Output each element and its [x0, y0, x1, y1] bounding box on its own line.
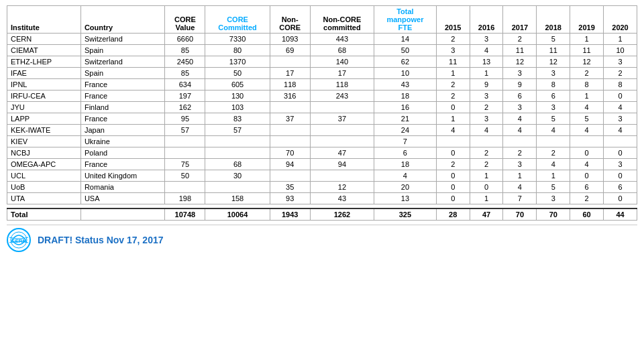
total-cell-12: 44: [604, 208, 637, 221]
cell-5-5: 243: [310, 90, 374, 102]
cell-4-12: 8: [604, 79, 637, 90]
cell-6-10: 3: [537, 102, 570, 113]
cell-6-1: Finland: [80, 102, 164, 113]
table-row: UoBRomania351220004566: [7, 182, 637, 193]
cell-13-9: 4: [503, 182, 537, 193]
cell-13-8: 0: [470, 182, 503, 193]
total-cell-4: 1943: [270, 208, 310, 221]
cell-12-3: 30: [205, 170, 270, 182]
table-row: UTAUSA198158934313017320: [7, 193, 637, 204]
cell-5-1: France: [80, 90, 164, 102]
table-row: ETHZ-LHEPSwitzerland24501370140621113121…: [7, 56, 637, 68]
cell-4-2: 634: [165, 79, 205, 90]
cell-5-12: 0: [604, 90, 637, 102]
total-cell-3: 10064: [205, 208, 270, 221]
data-table: Institute Country COREValue CORECommitte…: [7, 5, 637, 221]
cell-6-3: 103: [205, 102, 270, 113]
cell-8-2: 57: [165, 125, 205, 136]
cell-0-10: 5: [537, 34, 570, 45]
cell-10-2: [165, 147, 205, 159]
cell-9-11: [570, 136, 604, 147]
cell-12-1: United Kingdom: [80, 170, 164, 182]
cell-4-9: 9: [503, 79, 537, 90]
cell-0-1: Switzerland: [80, 34, 164, 45]
table-row: NCBJPoland70476022200: [7, 147, 637, 159]
cell-11-8: 2: [470, 159, 503, 170]
col-header-2016: 2016: [470, 6, 503, 34]
table-row: IFAESpain8550171710113322: [7, 68, 637, 79]
table-row: LAPPFrance9583373721134553: [7, 113, 637, 125]
cell-1-12: 10: [604, 45, 637, 56]
col-header-total-manpower: TotalmanpowerFTE: [374, 6, 437, 34]
cell-4-11: 8: [570, 79, 604, 90]
cell-8-10: 4: [537, 125, 570, 136]
cell-6-9: 3: [503, 102, 537, 113]
cell-11-11: 4: [570, 159, 604, 170]
cell-6-11: 4: [570, 102, 604, 113]
cell-1-9: 11: [503, 45, 537, 56]
cell-0-8: 3: [470, 34, 503, 45]
cern-logo: CERN: [7, 228, 31, 252]
cell-11-1: France: [80, 159, 164, 170]
cell-9-6: 7: [374, 136, 437, 147]
cell-6-0: JYU: [7, 102, 81, 113]
svg-text:CERN: CERN: [11, 238, 27, 244]
cell-4-8: 9: [470, 79, 503, 90]
cell-9-9: [503, 136, 537, 147]
total-cell-7: 28: [436, 208, 470, 221]
cell-12-10: 1: [537, 170, 570, 182]
cell-5-4: 316: [270, 90, 310, 102]
cell-1-4: 69: [270, 45, 310, 56]
cell-1-11: 11: [570, 45, 604, 56]
cell-6-7: 0: [436, 102, 470, 113]
cell-1-6: 50: [374, 45, 437, 56]
cell-14-5: 43: [310, 193, 374, 204]
cell-8-5: [310, 125, 374, 136]
cell-5-0: IRFU-CEA: [7, 90, 81, 102]
cell-2-1: Switzerland: [80, 56, 164, 68]
cell-2-3: 1370: [205, 56, 270, 68]
cell-14-0: UTA: [7, 193, 81, 204]
cell-12-2: 50: [165, 170, 205, 182]
cell-10-9: 2: [503, 147, 537, 159]
cell-11-3: 68: [205, 159, 270, 170]
cell-3-11: 2: [570, 68, 604, 79]
cell-14-3: 158: [205, 193, 270, 204]
cell-6-6: 16: [374, 102, 437, 113]
cell-11-0: OMEGA-APC: [7, 159, 81, 170]
cell-14-10: 3: [537, 193, 570, 204]
cell-0-4: 1093: [270, 34, 310, 45]
page-container: Institute Country COREValue CORECommitte…: [0, 0, 644, 362]
cell-9-5: [310, 136, 374, 147]
cell-11-10: 4: [537, 159, 570, 170]
cell-2-2: 2450: [165, 56, 205, 68]
col-header-core-value: COREValue: [165, 6, 205, 34]
cell-10-10: 2: [537, 147, 570, 159]
footer: CERN DRAFT! Status Nov 17, 2017: [7, 225, 637, 252]
cell-2-9: 12: [503, 56, 537, 68]
cell-5-3: 130: [205, 90, 270, 102]
cell-2-10: 12: [537, 56, 570, 68]
col-header-institute: Institute: [7, 6, 81, 34]
cell-13-2: [165, 182, 205, 193]
cell-5-9: 6: [503, 90, 537, 102]
table-row: IPNLFrance63460511811843299888: [7, 79, 637, 90]
cell-13-11: 6: [570, 182, 604, 193]
col-header-2018: 2018: [537, 6, 570, 34]
cell-10-12: 0: [604, 147, 637, 159]
table-row: JYUFinland16210316023344: [7, 102, 637, 113]
cell-7-10: 5: [537, 113, 570, 125]
cell-11-2: 75: [165, 159, 205, 170]
cell-0-2: 6660: [165, 34, 205, 45]
cell-6-4: [270, 102, 310, 113]
cell-0-12: 1: [604, 34, 637, 45]
cell-3-0: IFAE: [7, 68, 81, 79]
cell-13-12: 6: [604, 182, 637, 193]
cell-3-3: 50: [205, 68, 270, 79]
cell-13-4: 35: [270, 182, 310, 193]
cell-3-8: 1: [470, 68, 503, 79]
col-header-non-core: Non-CORE: [270, 6, 310, 34]
total-cell-5: 1262: [310, 208, 374, 221]
cell-12-12: 0: [604, 170, 637, 182]
cell-1-2: 85: [165, 45, 205, 56]
